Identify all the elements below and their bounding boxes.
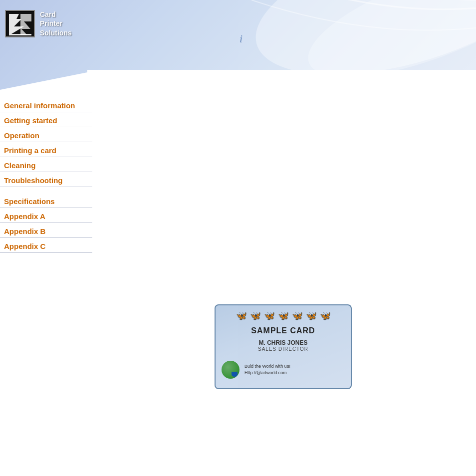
zebra-logo-image <box>5 10 35 37</box>
main-content-area <box>87 72 476 476</box>
sidebar-item-operation[interactable]: Operation <box>0 127 92 142</box>
sidebar-spacer <box>0 187 92 193</box>
sidebar-item-getting-started[interactable]: Getting started <box>0 112 92 127</box>
sidebar-item-printing-a-card[interactable]: Printing a card <box>0 142 92 157</box>
card-company-text: Buld the World with us! Http://@artworld… <box>244 363 290 376</box>
card-globe-icon <box>222 361 239 379</box>
logo-text: Card Printer Solutions <box>40 10 72 37</box>
sidebar-item-specifications[interactable]: Specifications <box>0 193 92 208</box>
sidebar-item-appendix-c[interactable]: Appendix C <box>0 238 92 253</box>
info-icon[interactable]: i <box>239 32 242 45</box>
content-tab-area <box>87 70 476 95</box>
card-icon-2: 🦋 <box>250 310 261 321</box>
sample-card: 🦋 🦋 🦋 🦋 🦋 🦋 🦋 SAMPLE CARD M. CHRIS JONES… <box>215 304 352 389</box>
card-icon-3: 🦋 <box>264 310 275 321</box>
card-icon-5: 🦋 <box>292 310 303 321</box>
card-icon-1: 🦋 <box>236 310 247 321</box>
sidebar-item-troubleshooting[interactable]: Troubleshooting <box>0 172 92 187</box>
card-title: SAMPLE CARD <box>216 326 351 335</box>
card-person-name: M. CHRIS JONES <box>216 339 351 346</box>
card-url: Http://@artworld.com <box>244 370 287 375</box>
card-tagline: Buld the World with us! <box>244 364 290 369</box>
card-person-role: SALES DIRECTOR <box>216 346 351 352</box>
sidebar-item-general-information[interactable]: General information <box>0 97 92 112</box>
sidebar-item-cleaning[interactable]: Cleaning <box>0 157 92 172</box>
sidebar-item-appendix-a[interactable]: Appendix A <box>0 208 92 223</box>
card-bottom-section: Buld the World with us! Http://@artworld… <box>216 356 351 382</box>
logo-area: Card Printer Solutions <box>5 10 72 37</box>
card-icon-6: 🦋 <box>306 310 317 321</box>
card-icons-row: 🦋 🦋 🦋 🦋 🦋 🦋 🦋 <box>216 305 351 324</box>
card-icon-4: 🦋 <box>278 310 289 321</box>
sidebar-navigation: General information Getting started Oper… <box>0 97 92 253</box>
sidebar-item-appendix-b[interactable]: Appendix B <box>0 223 92 238</box>
card-icon-7: 🦋 <box>320 310 331 321</box>
